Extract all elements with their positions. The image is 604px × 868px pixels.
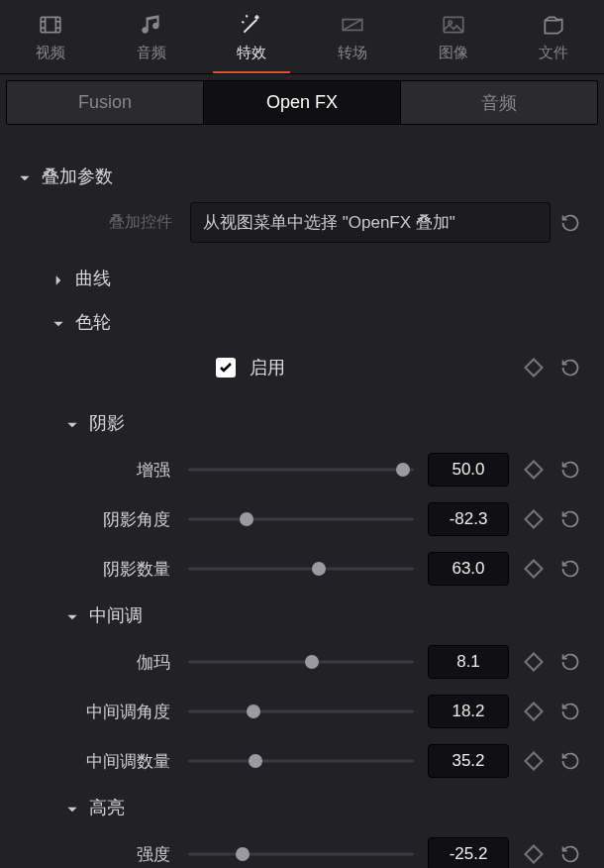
param-mid-amount: 中间调数量 35.2 <box>12 736 592 786</box>
mid-amount-label: 中间调数量 <box>22 750 188 773</box>
shadow-amount-keyframe[interactable] <box>524 559 544 579</box>
strength-label: 强度 <box>22 843 188 866</box>
tab-video-label: 视频 <box>36 44 65 62</box>
sub-tab-fusion[interactable]: Fusion <box>7 81 204 124</box>
effects-sub-tabs: Fusion Open FX 音频 <box>6 80 598 125</box>
video-icon <box>38 12 63 38</box>
shadow-amount-value[interactable]: 63.0 <box>428 552 509 586</box>
image-icon <box>441 12 466 38</box>
tab-video[interactable]: 视频 <box>0 0 101 73</box>
chevron-down-icon <box>51 315 65 329</box>
group-color-wheel[interactable]: 色轮 <box>12 300 592 344</box>
enable-reset[interactable] <box>558 356 582 380</box>
group-shadow[interactable]: 阴影 <box>12 401 592 445</box>
mid-amount-value[interactable]: 35.2 <box>428 744 509 778</box>
shadow-amount-label: 阴影数量 <box>22 558 188 581</box>
tab-effects[interactable]: 特效 <box>201 0 302 73</box>
chevron-down-icon <box>65 801 79 814</box>
shadow-amount-reset[interactable] <box>558 557 582 581</box>
inspector-top-tabs: 视频 音频 特效 转场 图像 文件 <box>0 0 604 74</box>
gamma-value[interactable]: 8.1 <box>428 645 509 679</box>
group-highlight[interactable]: 高亮 <box>12 786 592 829</box>
boost-reset[interactable] <box>558 458 582 482</box>
boost-slider[interactable] <box>188 460 414 480</box>
mid-amount-keyframe[interactable] <box>524 751 544 771</box>
shadow-angle-slider[interactable] <box>188 509 414 529</box>
group-midtone-label: 中间调 <box>89 603 143 627</box>
file-icon <box>541 12 566 38</box>
svg-rect-0 <box>41 17 60 32</box>
inspector-panel: 叠加参数 叠加控件 从视图菜单中选择 "OpenFX 叠加" 曲线 色轮 启用 … <box>0 131 604 868</box>
boost-label: 增强 <box>22 459 188 482</box>
boost-keyframe[interactable] <box>524 460 544 480</box>
gamma-reset[interactable] <box>558 650 582 674</box>
mid-amount-reset[interactable] <box>558 749 582 773</box>
overlay-controls-row: 叠加控件 从视图菜单中选择 "OpenFX 叠加" <box>12 198 592 257</box>
param-boost: 增强 50.0 <box>12 445 592 494</box>
tab-effects-label: 特效 <box>237 44 266 62</box>
enable-keyframe[interactable] <box>524 358 544 378</box>
group-highlight-label: 高亮 <box>89 796 125 819</box>
param-shadow-amount: 阴影数量 63.0 <box>12 544 592 594</box>
tab-audio[interactable]: 音频 <box>101 0 202 73</box>
group-overlay-params-label: 叠加参数 <box>42 164 113 188</box>
mid-angle-value[interactable]: 18.2 <box>428 695 509 728</box>
overlay-controls-label: 叠加控件 <box>22 212 190 233</box>
tab-image-label: 图像 <box>439 44 468 62</box>
wand-icon <box>239 12 264 38</box>
group-curves-label: 曲线 <box>75 267 111 290</box>
mid-amount-slider[interactable] <box>188 751 414 771</box>
strength-slider[interactable] <box>188 844 414 864</box>
chevron-right-icon <box>51 271 65 285</box>
tab-file[interactable]: 文件 <box>503 0 604 73</box>
group-midtone[interactable]: 中间调 <box>12 594 592 637</box>
mid-angle-slider[interactable] <box>188 702 414 721</box>
chevron-down-icon <box>65 416 79 430</box>
mid-angle-reset[interactable] <box>558 700 582 723</box>
gamma-keyframe[interactable] <box>524 652 544 672</box>
shadow-angle-reset[interactable] <box>558 507 582 531</box>
group-shadow-label: 阴影 <box>89 411 125 435</box>
strength-keyframe[interactable] <box>524 844 544 864</box>
sub-tab-openfx[interactable]: Open FX <box>204 81 401 124</box>
overlay-controls-field[interactable]: 从视图菜单中选择 "OpenFX 叠加" <box>190 202 551 243</box>
param-strength: 强度 -25.2 <box>12 829 592 868</box>
tab-file-label: 文件 <box>539 44 568 62</box>
shadow-angle-label: 阴影角度 <box>22 508 188 531</box>
enable-row: 启用 <box>12 344 592 401</box>
sub-tab-audio[interactable]: 音频 <box>401 81 597 124</box>
group-color-wheel-label: 色轮 <box>75 310 111 334</box>
param-shadow-angle: 阴影角度 -82.3 <box>12 494 592 544</box>
gamma-slider[interactable] <box>188 652 414 672</box>
shadow-angle-keyframe[interactable] <box>524 509 544 529</box>
tab-audio-label: 音频 <box>137 44 166 62</box>
boost-value[interactable]: 50.0 <box>428 453 509 487</box>
chevron-down-icon <box>65 608 79 622</box>
enable-label: 启用 <box>250 356 527 380</box>
overlay-reset-button[interactable] <box>558 211 582 235</box>
strength-reset[interactable] <box>558 842 582 866</box>
mid-angle-keyframe[interactable] <box>524 702 544 721</box>
tab-transition[interactable]: 转场 <box>302 0 403 73</box>
music-icon <box>139 12 164 38</box>
group-overlay-params[interactable]: 叠加参数 <box>12 155 592 198</box>
gamma-label: 伽玛 <box>22 651 188 674</box>
strength-value[interactable]: -25.2 <box>428 837 509 868</box>
shadow-amount-slider[interactable] <box>188 559 414 579</box>
mid-angle-label: 中间调角度 <box>22 701 188 723</box>
chevron-down-icon <box>18 169 32 183</box>
tab-image[interactable]: 图像 <box>403 0 504 73</box>
shadow-angle-value[interactable]: -82.3 <box>428 502 509 536</box>
param-mid-angle: 中间调角度 18.2 <box>12 687 592 736</box>
enable-checkbox[interactable] <box>216 358 236 378</box>
param-gamma: 伽玛 8.1 <box>12 637 592 687</box>
svg-line-8 <box>343 19 362 30</box>
tab-transition-label: 转场 <box>338 44 367 62</box>
transition-icon <box>340 12 365 38</box>
group-curves[interactable]: 曲线 <box>12 257 592 300</box>
